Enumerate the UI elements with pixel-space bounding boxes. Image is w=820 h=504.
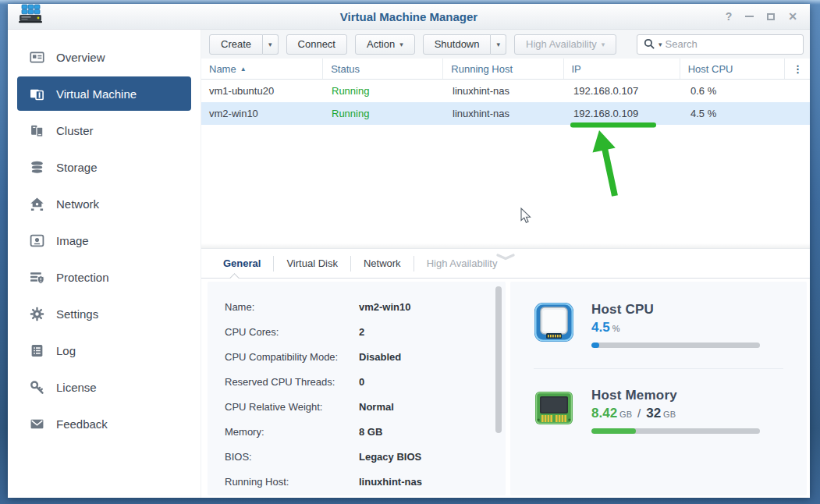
key-icon: [29, 379, 44, 395]
detail-label: Name:: [225, 301, 359, 313]
close-icon[interactable]: ✕: [788, 11, 797, 22]
detail-value: linuxhint-nas: [359, 476, 422, 488]
host-memory-used-unit: GB: [619, 410, 632, 419]
table-row-selected[interactable]: vm2-win10 Running linuxhint-nas 192.168.…: [201, 102, 810, 125]
host-cpu-value: 4.5: [591, 320, 610, 335]
table-header: Name▲ Status Running Host IP Host CPU ⋮: [201, 59, 810, 80]
cell-host-cpu: 0.6 %: [683, 80, 788, 102]
vmm-window: Virtual Machine Manager ? ✕ Overview Vir…: [8, 4, 810, 498]
column-options-icon[interactable]: ⋮: [793, 63, 803, 75]
action-button[interactable]: Action▾: [355, 34, 415, 55]
sidebar: Overview Virtual Machine Cluster Storage: [8, 30, 201, 498]
search-box: ▾: [637, 34, 804, 55]
sidebar-item-settings[interactable]: Settings: [17, 296, 191, 331]
create-dropdown-button[interactable]: ▾: [263, 34, 279, 55]
detail-label: Reserved CPU Threads:: [225, 376, 359, 388]
sidebar-item-label: Feedback: [56, 417, 108, 431]
overview-icon: [29, 49, 44, 65]
table-row[interactable]: vm1-ubuntu20 Running linuxhint-nas 192.1…: [201, 80, 810, 102]
sidebar-item-image[interactable]: Image: [17, 223, 191, 257]
cell-running-host: linuxhint-nas: [445, 102, 566, 125]
chevron-down-icon: ▾: [602, 41, 605, 48]
chevron-down-icon: ▾: [268, 41, 272, 48]
vm-details-card: Name:vm2-win10 CPU Cores:2 CPU Compatibi…: [208, 282, 506, 495]
host-memory-progress-bar: [591, 428, 760, 434]
minimize-icon[interactable]: [745, 16, 754, 17]
column-header-ip[interactable]: IP: [564, 59, 680, 79]
sidebar-item-log[interactable]: Log: [17, 333, 191, 367]
detail-label: CPU Compatibility Mode:: [225, 351, 359, 363]
host-cpu-title: Host CPU: [591, 302, 760, 318]
sidebar-item-virtual-machine[interactable]: Virtual Machine: [17, 76, 191, 111]
connect-button[interactable]: Connect: [286, 34, 347, 55]
host-cpu-progress-fill: [591, 343, 599, 348]
detail-label: Running Host:: [225, 476, 359, 488]
help-icon[interactable]: ?: [726, 11, 733, 22]
host-memory-stat: Host Memory 8.42 GB / 32 GB: [534, 388, 783, 434]
storage-icon: [29, 159, 44, 175]
tab-network[interactable]: Network: [351, 250, 414, 278]
detail-label: Memory:: [225, 426, 359, 438]
host-cpu-unit: %: [612, 324, 620, 333]
column-header-name[interactable]: Name▲: [201, 59, 323, 79]
host-cpu-stat: Host CPU 4.5 %: [534, 302, 783, 348]
host-cpu-progress-bar: [591, 343, 760, 348]
cell-name: vm2-win10: [201, 102, 324, 125]
image-icon: [29, 232, 44, 248]
column-header-host-cpu[interactable]: Host CPU: [680, 59, 785, 79]
sidebar-item-overview[interactable]: Overview: [17, 40, 191, 74]
tab-virtual-disk[interactable]: Virtual Disk: [274, 250, 350, 278]
detail-label: CPU Cores:: [225, 326, 359, 338]
sidebar-item-label: Overview: [56, 51, 105, 64]
details-panel: General Virtual Disk Network High Availa…: [201, 248, 810, 498]
sidebar-item-label: Virtual Machine: [56, 87, 137, 101]
sidebar-item-label: Storage: [56, 161, 98, 174]
maximize-icon[interactable]: [767, 13, 775, 20]
host-memory-title: Host Memory: [591, 388, 760, 403]
log-icon: [29, 343, 44, 358]
sidebar-item-license[interactable]: License: [17, 370, 191, 404]
search-input[interactable]: [666, 38, 803, 50]
sidebar-item-storage[interactable]: Storage: [17, 150, 191, 184]
host-memory-progress-fill: [591, 428, 636, 434]
sidebar-item-label: Protection: [56, 271, 109, 284]
search-filter-caret-icon[interactable]: ▾: [658, 41, 662, 48]
titlebar: Virtual Machine Manager ? ✕: [8, 4, 810, 30]
create-button[interactable]: Create: [209, 34, 263, 55]
cell-status: Running: [324, 80, 445, 102]
tab-general[interactable]: General: [211, 250, 273, 278]
column-header-status[interactable]: Status: [323, 59, 443, 79]
detail-label: CPU Relative Weight:: [225, 401, 359, 413]
tab-bar: General Virtual Disk Network High Availa…: [201, 249, 810, 279]
window-title: Virtual Machine Manager: [8, 10, 810, 23]
chevron-down-icon: ▾: [496, 41, 500, 48]
protection-icon: [29, 269, 44, 285]
shutdown-dropdown-button[interactable]: ▾: [491, 34, 506, 55]
cpu-chip-icon: [534, 302, 574, 346]
tab-high-availability[interactable]: High Availability: [414, 250, 510, 278]
sidebar-item-feedback[interactable]: Feedback: [17, 406, 191, 441]
high-availability-button[interactable]: High Availability▾: [514, 34, 616, 55]
cell-host-cpu: 4.5 %: [683, 102, 788, 125]
vertical-scrollbar[interactable]: [495, 286, 502, 433]
detail-value: vm2-win10: [359, 301, 410, 313]
host-memory-separator: /: [637, 406, 641, 420]
detail-value: Disabled: [359, 351, 401, 363]
sidebar-item-cluster[interactable]: Cluster: [17, 113, 191, 147]
cell-running-host: linuxhint-nas: [445, 80, 566, 102]
cluster-icon: [29, 122, 44, 138]
shutdown-button[interactable]: Shutdown: [423, 34, 492, 55]
sidebar-item-label: Settings: [56, 307, 98, 321]
cell-ip: 192.168.0.109: [566, 102, 683, 125]
table-empty-area: [201, 125, 810, 248]
app-icon: [17, 3, 44, 30]
virtual-machine-icon: [29, 86, 44, 101]
host-memory-total-unit: GB: [663, 410, 676, 419]
host-stats-card: Host CPU 4.5 %: [510, 282, 807, 495]
sidebar-item-network[interactable]: Network: [17, 186, 191, 221]
sidebar-item-label: Log: [56, 344, 76, 357]
sidebar-item-protection[interactable]: Protection: [17, 260, 191, 294]
sidebar-item-label: Image: [56, 234, 89, 247]
cell-ip: 192.168.0.107: [566, 80, 683, 102]
column-header-running-host[interactable]: Running Host: [443, 59, 563, 79]
